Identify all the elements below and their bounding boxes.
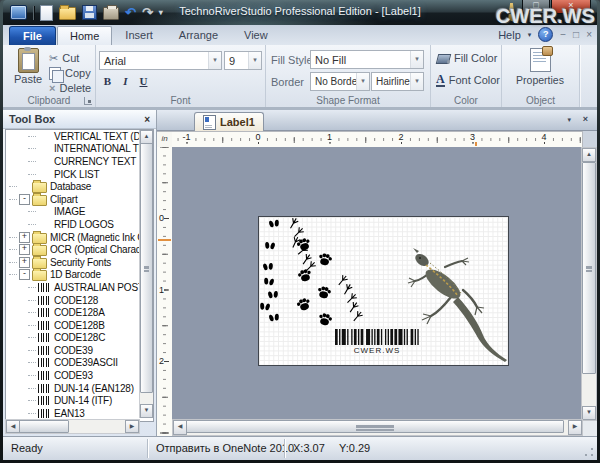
toolbox-item[interactable]: AUSTRALIAN POST 4-S xyxy=(6,281,153,294)
scroll-right-icon[interactable]: ▶ xyxy=(125,420,139,433)
chevron-down-icon[interactable]: ▾ xyxy=(528,31,532,39)
font-size-select[interactable]: 9 ▾ xyxy=(224,51,262,70)
ribbon-tab-arrange[interactable]: Arrange xyxy=(166,26,231,45)
toolbox-item[interactable]: - 1D Barcode xyxy=(6,269,153,282)
tree-expander-icon[interactable]: - xyxy=(19,194,30,205)
child-restore-button[interactable]: □ xyxy=(573,29,579,41)
toolbox-item[interactable]: DUN-14 (ITF) xyxy=(6,394,153,407)
chevron-down-icon: ▾ xyxy=(410,73,423,90)
toolbox-item[interactable]: VERTICAL TEXT (DOW xyxy=(6,130,153,143)
paint-bucket-icon xyxy=(436,52,450,64)
cut-button[interactable]: ✂ Cut xyxy=(49,51,79,65)
ribbon-tab-row: File HomeInsertArrangeView Help ▾ ? − □ … xyxy=(3,25,597,46)
scroll-up-icon[interactable]: ▲ xyxy=(582,148,596,162)
font-color-button[interactable]: A Font Color xyxy=(436,73,500,87)
toolbox-item[interactable]: + OCR (Optical Character R xyxy=(6,243,153,256)
toolbox-item[interactable]: CURRENCY TEXT xyxy=(6,155,153,168)
toolbox-close-icon[interactable]: × xyxy=(144,114,150,125)
scroll-left-icon[interactable]: ◀ xyxy=(6,420,20,433)
document-tab[interactable]: Label1 xyxy=(194,112,264,131)
label-design[interactable]: CWER.WS xyxy=(258,216,509,366)
color-group: Fill Color A Font Color Color xyxy=(431,45,502,107)
toolbox-item[interactable]: DUN-14 (EAN128) xyxy=(6,382,153,395)
fill-style-select[interactable]: No Fill ▾ xyxy=(310,50,424,69)
barcode-icon xyxy=(38,371,51,380)
font-family-select[interactable]: Arial ▾ xyxy=(99,51,222,70)
document-close-icon[interactable]: × xyxy=(583,114,588,124)
tree-connector xyxy=(28,161,36,162)
toolbox-item[interactable]: + MICR (Magnetic Ink Char xyxy=(6,231,153,244)
toolbox-item[interactable]: CODE128B xyxy=(6,319,153,332)
ribbon-tab-insert[interactable]: Insert xyxy=(112,26,166,45)
font-color-a-icon: A xyxy=(436,73,445,87)
border-weight-select[interactable]: Hairline ▾ xyxy=(371,72,424,91)
design-canvas[interactable]: CWER.WS xyxy=(172,147,583,421)
file-tab[interactable]: File xyxy=(9,26,56,46)
ribbon-tab-home[interactable]: Home xyxy=(57,26,112,45)
toolbox-title: Tool Box xyxy=(9,113,55,125)
font-group: Arial ▾ 9 ▾ B I U Font xyxy=(96,45,266,107)
scroll-right-icon[interactable]: ▶ xyxy=(568,420,582,435)
toolbox-item[interactable]: CODE128 xyxy=(6,294,153,307)
toolbox-item[interactable]: - Clipart xyxy=(6,193,153,206)
barcode-icon xyxy=(38,384,51,393)
toolbox-item[interactable]: IMAGE xyxy=(6,206,153,219)
status-onenote: Отправить в OneNote 2010 xyxy=(156,442,294,454)
tree-expander-icon[interactable]: + xyxy=(19,257,30,268)
scroll-down-icon[interactable]: ▼ xyxy=(140,404,153,418)
toolbox-item[interactable]: + Security Fonts xyxy=(6,256,153,269)
tree-connector xyxy=(28,136,36,137)
scroll-up-icon[interactable]: ▲ xyxy=(140,130,153,144)
tree-expander-icon[interactable]: + xyxy=(19,232,30,243)
toolbox-item[interactable]: CODE39 xyxy=(6,344,153,357)
bold-button[interactable]: B xyxy=(100,74,115,89)
lizard-image[interactable] xyxy=(408,248,507,362)
help-menu[interactable]: Help xyxy=(498,29,521,41)
scrollbar-thumb[interactable] xyxy=(140,143,153,393)
ribbon-tab-view[interactable]: View xyxy=(231,26,281,45)
tree-expander-icon[interactable]: + xyxy=(19,244,30,255)
tree-expander-icon[interactable]: - xyxy=(19,269,30,280)
tab-list-dropdown-icon[interactable]: ▾ xyxy=(567,116,571,124)
dialog-launcher-icon[interactable] xyxy=(84,97,92,105)
vertical-ruler: 012 xyxy=(157,147,173,436)
properties-button[interactable]: Properties xyxy=(512,48,568,86)
child-close-button[interactable]: × xyxy=(586,29,592,41)
fill-color-button[interactable]: Fill Color xyxy=(436,51,497,65)
scrollbar-thumb[interactable] xyxy=(582,162,596,374)
toolbox-item[interactable]: INTERNATIONAL TEXT xyxy=(6,143,153,156)
italic-button[interactable]: I xyxy=(118,74,133,89)
delete-x-icon: × xyxy=(49,83,55,94)
copy-button[interactable]: Copy xyxy=(49,66,91,80)
toolbox-item[interactable]: CODE128C xyxy=(6,332,153,345)
barcode-object[interactable] xyxy=(335,329,419,345)
toolbox-horizontal-scrollbar[interactable]: ◀ ▶ xyxy=(5,419,140,434)
delete-button[interactable]: × Delete xyxy=(49,81,91,95)
canvas-horizontal-scrollbar[interactable]: ◀ ▶ xyxy=(172,419,583,436)
resize-grip[interactable] xyxy=(583,446,595,458)
toolbox-item[interactable]: RFID LOGOS xyxy=(6,218,153,231)
toolbox-item[interactable]: CODE93 xyxy=(6,369,153,382)
scrollbar-thumb[interactable] xyxy=(19,420,69,433)
scroll-left-icon[interactable]: ◀ xyxy=(173,420,187,435)
scroll-down-icon[interactable]: ▼ xyxy=(582,406,596,420)
folder-icon xyxy=(32,270,47,281)
child-minimize-button[interactable]: − xyxy=(560,29,566,41)
ruler-unit-box: in xyxy=(157,131,173,148)
toolbox-vertical-scrollbar[interactable]: ▲ ▼ xyxy=(139,130,153,418)
ribbon: File HomeInsertArrangeView Help ▾ ? − □ … xyxy=(3,25,597,110)
toolbox-item[interactable]: Database xyxy=(6,180,153,193)
border-style-select[interactable]: No Border ▾ xyxy=(310,72,370,91)
toolbox-item[interactable]: PICK LIST xyxy=(6,168,153,181)
toolbox-item[interactable]: CODE39ASCII xyxy=(6,357,153,370)
scrollbar-thumb[interactable] xyxy=(186,420,564,433)
copy-icon xyxy=(49,67,61,80)
underline-button[interactable]: U xyxy=(136,74,151,89)
folder-icon xyxy=(32,195,47,206)
help-icon[interactable]: ? xyxy=(538,27,553,42)
toolbox-item[interactable]: EAN13 xyxy=(6,407,153,420)
toolbox-item[interactable]: CODE128A xyxy=(6,306,153,319)
paste-button[interactable]: Paste xyxy=(11,48,45,85)
animal-tracks-clipart[interactable] xyxy=(259,217,364,327)
canvas-vertical-scrollbar[interactable]: ▲ ▼ xyxy=(581,147,597,421)
